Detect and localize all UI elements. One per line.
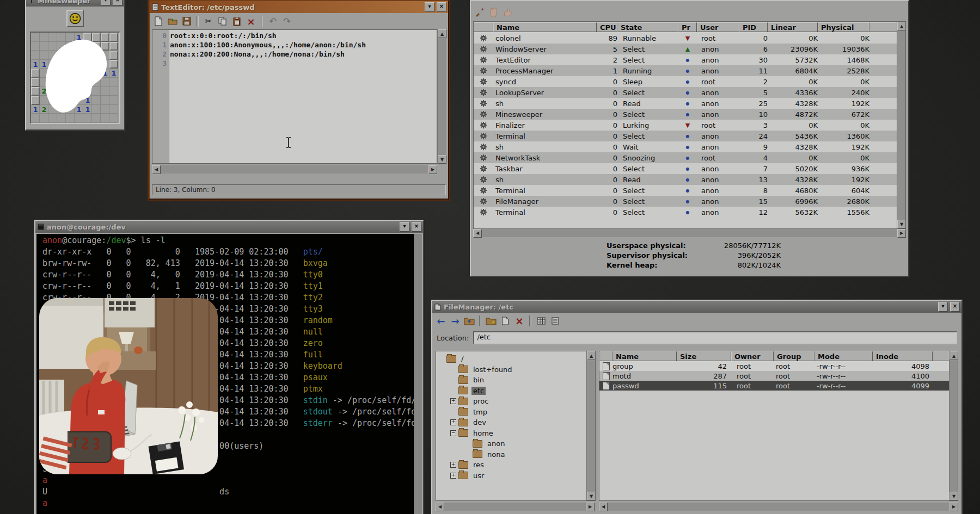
tree-item-label[interactable]: /: [460, 355, 465, 363]
tree-item-label[interactable]: etc: [471, 387, 486, 395]
editor-vscrollbar[interactable]: ▲ ▼: [437, 29, 446, 164]
process-row[interactable]: Terminal 0 Select ● anon 8 4680K 604K: [474, 185, 905, 196]
table-vscrollbar[interactable]: ▲ ▼: [949, 351, 958, 500]
tree-item[interactable]: etc: [436, 386, 595, 397]
scroll-right-arrow[interactable]: ▶: [428, 165, 437, 174]
column-header[interactable]: State: [617, 22, 678, 32]
tree-item[interactable]: anon: [436, 438, 595, 449]
stop-process-button[interactable]: [487, 5, 500, 18]
minimize-button[interactable]: ▾: [101, 0, 111, 5]
process-row[interactable]: Finalizer 0 Lurking ▼ root 3 0K 0K: [474, 120, 905, 131]
tree-item[interactable]: + usr: [436, 470, 595, 481]
tree-hscrollbar[interactable]: ◀ ▶: [436, 503, 595, 511]
copy-button[interactable]: [499, 314, 512, 327]
scroll-left-arrow[interactable]: ◀: [436, 503, 444, 511]
tree-item-label[interactable]: nona: [486, 450, 506, 459]
scroll-up-arrow[interactable]: ▲: [897, 22, 906, 30]
process-row[interactable]: ProcessManager 1 Running ● anon 11 6804K…: [474, 65, 905, 76]
ms-cell[interactable]: [31, 96, 40, 105]
ms-cell[interactable]: [31, 69, 40, 78]
up-directory-button[interactable]: [463, 314, 476, 327]
continue-process-button[interactable]: [501, 5, 514, 18]
ms-cell[interactable]: [31, 33, 40, 42]
cut-button[interactable]: ✂: [202, 15, 215, 28]
column-header[interactable]: Physical: [818, 22, 869, 32]
tree-item-label[interactable]: bin: [471, 376, 486, 384]
scroll-up-arrow[interactable]: ▲: [587, 351, 596, 360]
copy-button[interactable]: [216, 15, 229, 28]
scroll-down-arrow[interactable]: ▼: [587, 492, 596, 500]
editor-hscrollbar[interactable]: ◀ ▶: [152, 165, 437, 174]
editor-line[interactable]: 3: [152, 59, 437, 69]
scroll-left-arrow[interactable]: ◀: [152, 165, 161, 174]
filemanager-titlebar[interactable]: FileManager: /etc ▾ ×: [432, 301, 961, 313]
tree-item[interactable]: + res: [436, 460, 595, 470]
ms-cell[interactable]: [31, 87, 40, 96]
column-header[interactable]: User: [697, 22, 739, 32]
ms-cell[interactable]: 1: [31, 60, 40, 69]
table-view-button[interactable]: [535, 314, 548, 327]
icon-column-header[interactable]: [599, 351, 612, 361]
new-folder-button[interactable]: [485, 314, 498, 327]
minimize-button[interactable]: ▾: [400, 222, 409, 232]
scroll-left-arrow[interactable]: ◀: [473, 229, 482, 238]
texteditor-titlebar[interactable]: TextEditor: /etc/passwd ▾ ×: [150, 1, 448, 13]
terminal-scrollbar[interactable]: [414, 234, 422, 514]
tree-item-label[interactable]: res: [471, 461, 486, 469]
tree-item[interactable]: tmp: [436, 407, 595, 418]
location-input[interactable]: /etc: [473, 331, 957, 344]
process-row[interactable]: sh 0 Read ● anon 13 4328K 192K: [474, 174, 905, 185]
process-row[interactable]: NetworkTask 0 Snoozing ● root 4 0K 0K: [474, 152, 905, 163]
close-button[interactable]: ×: [113, 0, 122, 5]
scroll-down-arrow[interactable]: ▼: [438, 155, 446, 164]
tree-item[interactable]: + proc: [436, 396, 595, 407]
process-row[interactable]: sh 0 Read ● anon 25 4328K 192K: [474, 98, 905, 109]
scroll-down-arrow[interactable]: ▼: [950, 492, 958, 500]
tree-item[interactable]: nona: [436, 449, 595, 460]
tree-item-label[interactable]: usr: [471, 472, 486, 480]
close-button[interactable]: ×: [950, 302, 960, 312]
tree-item[interactable]: + dev: [436, 417, 595, 428]
editor-text-area[interactable]: 0 root:x:0:0:root:/:/bin/sh 1 anon:x:100…: [152, 29, 437, 164]
procman-vscrollbar[interactable]: ▲ ▼: [897, 22, 905, 228]
process-row[interactable]: Terminal 0 Select ● anon 12 5632K 1556K: [474, 207, 905, 218]
column-header[interactable]: Group: [774, 351, 814, 361]
terminal-titlebar[interactable]: anon@courage:/dev ▾ ×: [35, 221, 423, 233]
scroll-right-arrow[interactable]: ▶: [897, 229, 906, 238]
save-button[interactable]: [180, 15, 193, 28]
editor-line[interactable]: 2 nona:x:200:200:Nona,,,:/home/nona:/bin…: [152, 50, 437, 59]
column-header[interactable]: Name: [612, 351, 677, 361]
forward-button[interactable]: →: [449, 314, 462, 327]
tree-item-label[interactable]: lost+found: [471, 366, 514, 374]
close-button[interactable]: ×: [437, 2, 446, 12]
tree-item-label[interactable]: tmp: [471, 408, 489, 416]
tree-item[interactable]: /: [436, 354, 595, 364]
tree-item[interactable]: − home: [436, 428, 595, 439]
scroll-up-arrow[interactable]: ▲: [950, 351, 958, 360]
column-header[interactable]: Mode: [814, 351, 873, 361]
icon-column-header[interactable]: [474, 22, 493, 32]
tree-item-label[interactable]: dev: [471, 418, 488, 426]
table-hscrollbar[interactable]: ◀ ▶: [599, 503, 958, 511]
scroll-up-arrow[interactable]: ▲: [438, 29, 446, 38]
process-row[interactable]: Terminal 0 Select ● anon 24 5436K 1360K: [474, 131, 905, 141]
process-row[interactable]: LookupServer 0 Select ● anon 5 4336K 240…: [474, 87, 905, 98]
tree-expander[interactable]: +: [450, 419, 456, 425]
minimize-button[interactable]: ▾: [425, 2, 434, 12]
process-row[interactable]: syncd 0 Sleep ● root 2 0K 0K: [474, 76, 905, 87]
new-file-button[interactable]: [152, 15, 165, 28]
tree-item-label[interactable]: anon: [486, 439, 506, 448]
editor-line[interactable]: 1 anon:x:100:100:Anonymous,,,:/home/anon…: [152, 41, 437, 50]
tree-expander[interactable]: +: [450, 398, 456, 404]
kill-process-button[interactable]: [473, 5, 486, 18]
minesweeper-titlebar[interactable]: Minesweeper ▾ ×: [26, 0, 124, 7]
minimize-button[interactable]: ▾: [938, 302, 948, 312]
new-game-button[interactable]: [66, 10, 84, 27]
ms-cell[interactable]: [31, 51, 40, 60]
tree-expander[interactable]: +: [450, 473, 456, 479]
process-row[interactable]: sh 0 Wait ● anon 9 4328K 192K: [474, 141, 905, 152]
delete-button[interactable]: ×: [513, 314, 526, 327]
file-row[interactable]: passwd 115 root root -rw-r--r-- 4099: [599, 381, 958, 391]
tree-expander[interactable]: +: [450, 462, 456, 468]
file-row[interactable]: motd 287 root root -rw-r--r-- 4100: [599, 371, 958, 381]
